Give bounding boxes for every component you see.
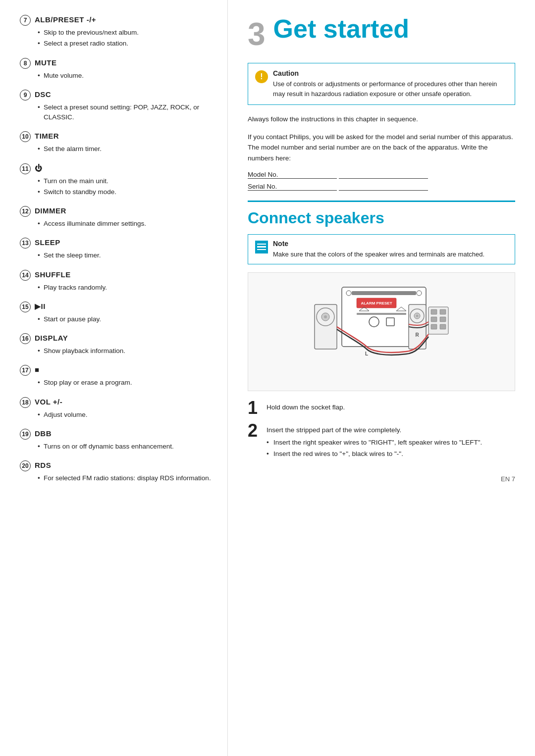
step-text: Hold down the socket flap. [267, 403, 345, 411]
item-bullets: Set the sleep timer. [20, 251, 215, 260]
serial-line: Serial No. [248, 183, 515, 191]
item-number: 14 [20, 270, 31, 281]
list-item: 7ALB/PRESET -/+Skip to the previous/next… [20, 15, 215, 49]
chapter-header: 3 Get started [248, 15, 515, 53]
list-item: 12DIMMERAccess illuminate dimmer setting… [20, 206, 215, 229]
item-title: SLEEP [35, 238, 60, 247]
item-number: 12 [20, 206, 31, 217]
svg-rect-13 [440, 309, 446, 314]
connect-speakers-title: Connect speakers [248, 209, 515, 227]
step: 2Insert the stripped part of the wire co… [248, 422, 515, 460]
step-bullet: Insert the right speaker wires to "RIGHT… [267, 438, 482, 448]
item-bullet: Mute volume. [38, 71, 215, 81]
item-bullet: Access illuminate dimmer settings. [38, 219, 215, 229]
list-item: 15▶IIStart or pause play. [20, 302, 215, 324]
step-number: 1 [248, 399, 260, 417]
note-box: Note Make sure that the colors of the sp… [248, 234, 515, 265]
item-bullet: Adjust volume. [38, 410, 215, 420]
item-header: 20RDS [20, 460, 215, 471]
item-header: 11⏻ [20, 163, 215, 174]
item-title: SHUFFLE [35, 270, 71, 279]
item-bullets: Access illuminate dimmer settings. [20, 219, 215, 229]
chapter-number: 3 [248, 18, 266, 50]
item-number: 18 [20, 397, 31, 408]
list-item: 10TIMERSet the alarm timer. [20, 131, 215, 154]
item-bullets: Select a preset sound setting: POP, JAZZ… [20, 102, 215, 123]
caution-icon: ! [255, 70, 268, 83]
note-label: Note [273, 240, 484, 248]
item-bullet: Start or pause play. [38, 314, 215, 324]
item-bullets: For selected FM radio stations: display … [20, 473, 215, 483]
item-bullets: Play tracks randomly. [20, 283, 215, 293]
intro-text-2: If you contact Philips, you will be aske… [248, 132, 515, 164]
svg-rect-12 [431, 309, 437, 314]
item-bullet: Turns on or off dynamic bass enhancement… [38, 442, 215, 452]
item-bullet: For selected FM radio stations: display … [38, 473, 215, 483]
item-bullet: Turn on the main unit. [38, 176, 215, 186]
item-title: DSC [35, 90, 51, 99]
list-item: 17■Stop play or erase a program. [20, 365, 215, 388]
steps-container: 1Hold down the socket flap.2Insert the s… [248, 399, 515, 460]
list-item: 20RDSFor selected FM radio stations: dis… [20, 460, 215, 483]
item-title: DIMMER [35, 206, 66, 215]
item-header: 9DSC [20, 90, 215, 101]
item-header: 12DIMMER [20, 206, 215, 217]
item-title: DISPLAY [35, 334, 68, 342]
item-bullet: Select a preset radio station. [38, 39, 215, 49]
step: 1Hold down the socket flap. [248, 399, 515, 417]
item-title: MUTE [35, 58, 57, 67]
list-item: 11⏻Turn on the main unit.Switch to stand… [20, 163, 215, 198]
svg-point-21 [324, 315, 327, 318]
model-line: Model No. [248, 171, 515, 179]
item-header: 14SHUFFLE [20, 270, 215, 281]
list-item: 8MUTEMute volume. [20, 58, 215, 81]
item-header: 15▶II [20, 302, 215, 312]
item-number: 10 [20, 131, 31, 142]
note-icon [255, 241, 268, 253]
item-title: ▶II [35, 302, 46, 311]
item-bullet: Switch to standby mode. [38, 187, 215, 197]
serial-label: Serial No. [248, 183, 337, 191]
item-title: ■ [35, 365, 40, 374]
item-header: 10TIMER [20, 131, 215, 142]
item-header: 18VOL +/- [20, 397, 215, 408]
serial-field [339, 190, 428, 191]
item-title: VOL +/- [35, 398, 62, 406]
item-bullet: Set the alarm timer. [38, 144, 215, 154]
model-field [339, 178, 428, 179]
svg-text:R: R [415, 332, 419, 338]
item-number: 13 [20, 238, 31, 249]
intro-text-1: Always follow the instructions in this c… [248, 114, 515, 125]
item-bullets: Skip to the previous/next album.Select a… [20, 28, 215, 49]
item-title: ⏻ [35, 164, 43, 172]
item-number: 19 [20, 429, 31, 440]
caution-label: Caution [273, 69, 508, 77]
caution-content: Caution Use of controls or adjustments o… [273, 69, 508, 99]
step-number: 2 [248, 422, 260, 440]
step-content: Insert the stripped part of the wire com… [267, 422, 482, 460]
svg-rect-14 [431, 317, 437, 322]
svg-text:ALARM PRESET: ALARM PRESET [361, 301, 392, 305]
item-number: 17 [20, 365, 31, 376]
svg-rect-8 [357, 313, 406, 315]
left-panel: 7ALB/PRESET -/+Skip to the previous/next… [0, 0, 228, 756]
item-header: 17■ [20, 365, 215, 376]
item-bullets: Turns on or off dynamic bass enhancement… [20, 442, 215, 452]
item-title: DBB [35, 429, 52, 438]
item-bullets: Adjust volume. [20, 410, 215, 420]
svg-text:L: L [365, 351, 368, 356]
item-bullet: Set the sleep timer. [38, 251, 215, 260]
model-label: Model No. [248, 171, 337, 179]
item-bullet: Stop play or erase a program. [38, 378, 215, 388]
step-content: Hold down the socket flap. [267, 399, 345, 413]
speaker-diagram: ALARM PRESET [248, 272, 515, 391]
svg-rect-17 [440, 324, 446, 329]
step-bullet: Insert the red wires to "+", black wires… [267, 449, 482, 459]
step-text: Insert the stripped part of the wire com… [267, 426, 401, 434]
item-number: 16 [20, 333, 31, 344]
list-item: 14SHUFFLEPlay tracks randomly. [20, 270, 215, 293]
page-number: EN 7 [248, 475, 515, 483]
item-header: 13SLEEP [20, 238, 215, 249]
item-bullets: Show playback information. [20, 346, 215, 356]
list-item: 19DBBTurns on or off dynamic bass enhanc… [20, 429, 215, 452]
